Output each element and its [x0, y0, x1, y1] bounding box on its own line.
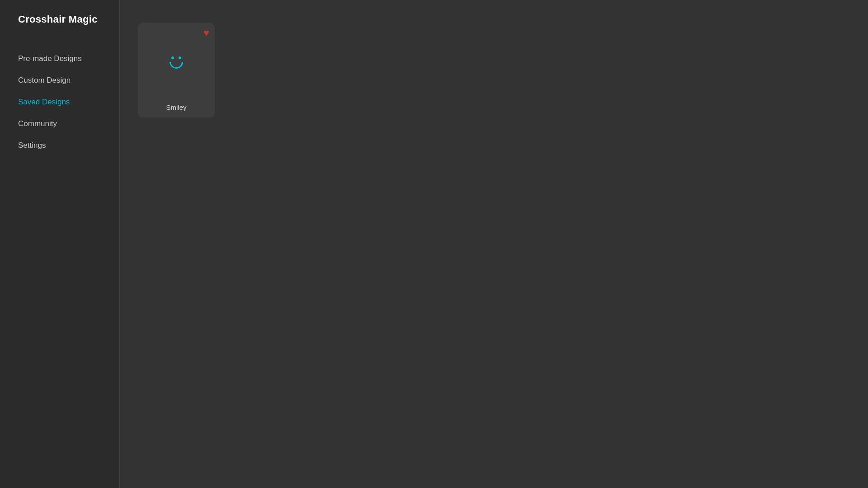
- sidebar-item-saved-designs[interactable]: Saved Designs: [0, 91, 119, 113]
- main-content: ♥ Smiley: [120, 0, 868, 488]
- smiley-face: [170, 56, 183, 69]
- sidebar-item-pre-made-designs[interactable]: Pre-made Designs: [0, 48, 119, 70]
- nav-list: Pre-made Designs Custom Design Saved Des…: [0, 48, 119, 156]
- sidebar-item-community[interactable]: Community: [0, 113, 119, 135]
- card-preview: ♥: [138, 23, 215, 98]
- smiley-eye-right: [179, 56, 181, 59]
- smiley-eyes: [171, 56, 181, 59]
- smiley-eye-left: [171, 56, 174, 59]
- smiley-mouth: [170, 62, 183, 69]
- app-title: Crosshair Magic: [0, 14, 119, 48]
- card-label: Smiley: [138, 98, 215, 117]
- sidebar-item-settings[interactable]: Settings: [0, 135, 119, 156]
- sidebar-item-custom-design[interactable]: Custom Design: [0, 70, 119, 91]
- design-card-smiley[interactable]: ♥ Smiley: [138, 23, 215, 117]
- cards-grid: ♥ Smiley: [138, 23, 850, 117]
- favorite-button[interactable]: ♥: [203, 27, 209, 39]
- sidebar: Crosshair Magic Pre-made Designs Custom …: [0, 0, 120, 488]
